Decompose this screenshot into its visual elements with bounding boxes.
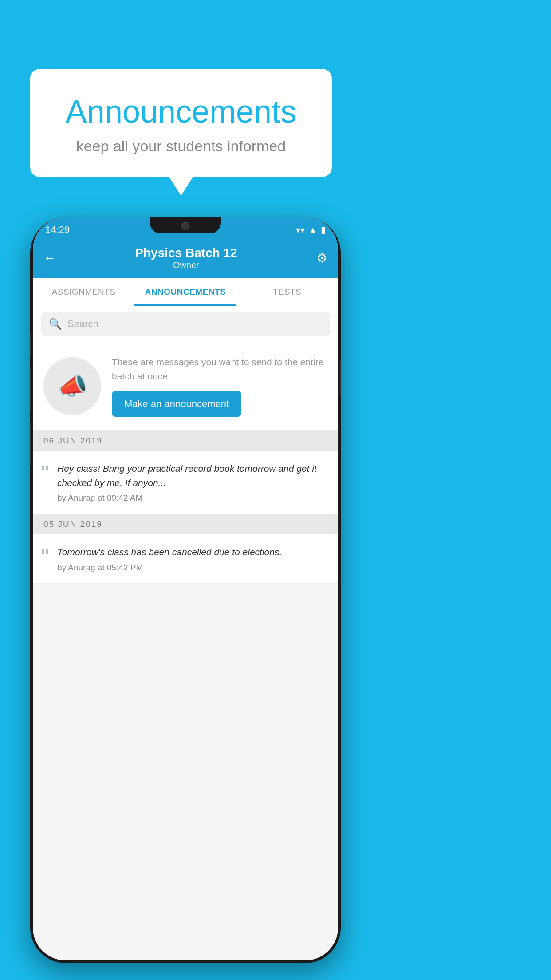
make-announcement-button[interactable]: Make an announcement	[112, 391, 241, 417]
promo-icon-circle: 📣	[43, 357, 101, 415]
date-divider-1: 06 JUN 2019	[33, 431, 338, 451]
promo-section: 📣 These are messages you want to send to…	[33, 342, 338, 431]
quote-icon-1: "	[41, 463, 49, 481]
phone-extra-button	[30, 422, 31, 466]
header-center: Physics Batch 12 Owner	[135, 246, 237, 270]
tabs-container: ASSIGNMENTS ANNOUNCEMENTS TESTS	[33, 278, 338, 306]
announcement-meta-1: by Anurag at 09:42 AM	[57, 493, 327, 503]
date-label-1: 06 JUN 2019	[43, 436, 102, 445]
settings-icon[interactable]: ⚙	[316, 251, 327, 265]
phone-screen: 14:29 ▾▾ ▲ ▮ ← Physics Batch 12 Owner ⚙ …	[33, 217, 338, 960]
date-divider-2: 05 JUN 2019	[33, 514, 338, 534]
bubble-title: Announcements	[57, 93, 305, 130]
promo-description: These are messages you want to send to t…	[112, 355, 327, 383]
date-label-2: 05 JUN 2019	[43, 519, 102, 529]
announcement-text-2: Tomorrow's class has been cancelled due …	[57, 545, 327, 559]
bubble-subtitle: keep all your students informed	[57, 138, 305, 155]
search-bar[interactable]: 🔍 Search	[41, 312, 330, 336]
battery-icon: ▮	[321, 225, 326, 235]
megaphone-icon: 📣	[58, 372, 87, 400]
header-title: Physics Batch 12	[135, 246, 237, 260]
promo-content: These are messages you want to send to t…	[112, 355, 327, 417]
tab-assignments[interactable]: ASSIGNMENTS	[33, 278, 134, 306]
announcement-text-1: Hey class! Bring your practical record b…	[57, 462, 327, 490]
announcement-item-1[interactable]: " Hey class! Bring your practical record…	[33, 451, 338, 514]
phone-camera	[181, 222, 189, 230]
phone-frame: 14:29 ▾▾ ▲ ▮ ← Physics Batch 12 Owner ⚙ …	[30, 217, 341, 963]
wifi-icon: ▾▾	[296, 225, 305, 235]
tab-tests[interactable]: TESTS	[236, 278, 338, 306]
phone-volume-down-button	[30, 368, 31, 413]
signal-icon: ▲	[308, 225, 317, 235]
search-placeholder: Search	[67, 318, 98, 330]
back-button[interactable]: ←	[43, 251, 56, 265]
phone-volume-up-button	[30, 333, 31, 357]
announcement-content-2: Tomorrow's class has been cancelled due …	[57, 545, 327, 573]
announcement-meta-2: by Anurag at 05:42 PM	[57, 563, 327, 573]
tab-announcements[interactable]: ANNOUNCEMENTS	[134, 278, 236, 306]
announcement-item-2[interactable]: " Tomorrow's class has been cancelled du…	[33, 534, 338, 584]
phone-power-button	[340, 360, 341, 395]
speech-bubble: Announcements keep all your students inf…	[30, 69, 332, 177]
search-container: 🔍 Search	[33, 306, 338, 342]
announcement-content-1: Hey class! Bring your practical record b…	[57, 462, 327, 503]
status-time: 14:29	[45, 224, 70, 236]
speech-bubble-container: Announcements keep all your students inf…	[30, 69, 332, 177]
search-icon: 🔍	[49, 318, 62, 330]
phone-notch	[150, 217, 221, 233]
app-header: ← Physics Batch 12 Owner ⚙	[33, 240, 338, 278]
header-subtitle: Owner	[135, 260, 237, 270]
status-icons: ▾▾ ▲ ▮	[296, 225, 326, 235]
quote-icon-2: "	[41, 547, 49, 565]
